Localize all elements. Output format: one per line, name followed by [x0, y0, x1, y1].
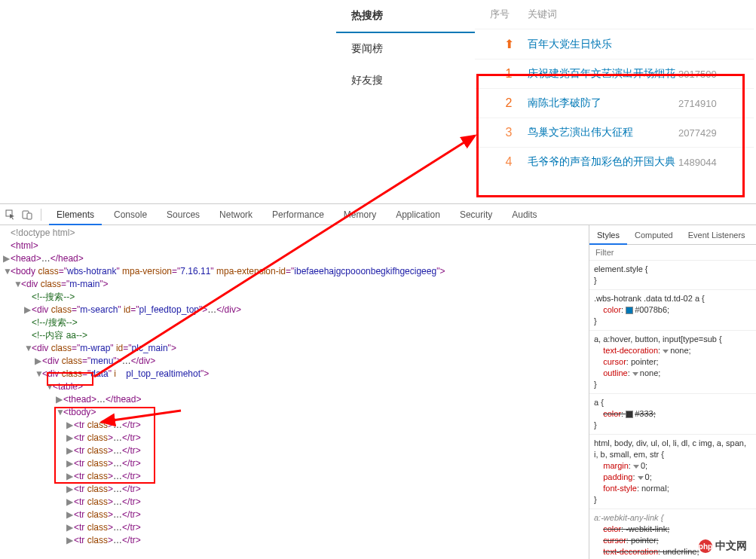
keyword-link[interactable]: 毛爷爷的声音加彩色的开国大典: [528, 155, 678, 169]
category-tabs: 热搜榜 要闻榜 好友搜: [336, 0, 475, 96]
styles-tabs: Styles Computed Event Listeners: [589, 225, 756, 245]
tab-console[interactable]: Console: [106, 204, 155, 225]
hot-search-table: 序号 关键词 ⬆ 百年大党生日快乐 1 庆祝建党百年文艺演出开场烟花 30175…: [475, 0, 754, 176]
rank-number: 1: [490, 67, 528, 81]
table-row: 2 南陈北李破防了 2714910: [475, 88, 754, 118]
keyword-count: 1489044: [678, 157, 739, 168]
tab-hot[interactable]: 热搜榜: [336, 0, 475, 33]
device-icon[interactable]: [21, 209, 33, 221]
header-rank: 序号: [490, 8, 528, 21]
styles-rules[interactable]: element.style {}.wbs-hotrank .data td.td…: [589, 261, 756, 559]
tab-performance[interactable]: Performance: [265, 204, 332, 225]
devtools-panel: Elements Console Sources Network Perform…: [0, 203, 756, 559]
toolbar-separator: [41, 209, 41, 221]
tab-memory[interactable]: Memory: [336, 204, 384, 225]
keyword-link[interactable]: 鸟巢文艺演出伟大征程: [528, 126, 678, 139]
tab-audits[interactable]: Audits: [504, 204, 544, 225]
table-row: ⬆ 百年大党生日快乐: [475, 29, 754, 59]
rank-number: 4: [490, 155, 528, 169]
watermark-logo-icon: php: [699, 539, 712, 553]
svg-rect-2: [27, 213, 32, 219]
keyword-count: 2077429: [678, 127, 739, 139]
tab-styles[interactable]: Styles: [589, 225, 627, 245]
styles-filter: [589, 245, 756, 261]
keyword-link[interactable]: 南陈北李破防了: [528, 96, 678, 110]
tab-computed[interactable]: Computed: [627, 225, 681, 245]
keyword-link[interactable]: 庆祝建党百年文艺演出开场烟花: [528, 67, 678, 81]
inspect-icon[interactable]: [5, 209, 17, 221]
rank-number: 3: [490, 126, 528, 139]
devtools-body: <!doctype html><html>▶<head>…</head>▼<bo…: [0, 225, 756, 559]
keyword-link[interactable]: 百年大党生日快乐: [528, 38, 678, 51]
table-header: 序号 关键词: [475, 0, 754, 29]
watermark: php 中文网: [699, 539, 747, 553]
tab-friends[interactable]: 好友搜: [336, 65, 475, 96]
filter-input[interactable]: [589, 245, 756, 260]
tab-elements[interactable]: Elements: [49, 204, 102, 225]
tab-event-listeners[interactable]: Event Listeners: [681, 225, 753, 245]
keyword-count: 2714910: [678, 98, 739, 109]
header-keyword: 关键词: [528, 8, 739, 21]
table-row: 3 鸟巢文艺演出伟大征程 2077429: [475, 118, 754, 147]
table-row: 1 庆祝建党百年文艺演出开场烟花 3017500: [475, 59, 754, 88]
styles-panel: Styles Computed Event Listeners element.…: [589, 225, 756, 559]
page-content: 热搜榜 要闻榜 好友搜 序号 关键词 ⬆ 百年大党生日快乐 1 庆祝建党百年文艺…: [0, 0, 756, 203]
keyword-count: 3017500: [678, 69, 739, 80]
elements-tree[interactable]: <!doctype html><html>▶<head>…</head>▼<bo…: [0, 225, 589, 559]
tab-sources[interactable]: Sources: [159, 204, 207, 225]
devtools-toolbar: Elements Console Sources Network Perform…: [0, 204, 756, 225]
tab-network[interactable]: Network: [212, 204, 260, 225]
tab-security[interactable]: Security: [452, 204, 500, 225]
table-row: 4 毛爷爷的声音加彩色的开国大典 1489044: [475, 147, 754, 176]
tab-application[interactable]: Application: [388, 204, 448, 225]
rank-number: 2: [490, 96, 528, 110]
watermark-text: 中文网: [715, 539, 747, 553]
rank-top-icon: ⬆: [490, 37, 528, 51]
tab-news[interactable]: 要闻榜: [336, 33, 475, 65]
